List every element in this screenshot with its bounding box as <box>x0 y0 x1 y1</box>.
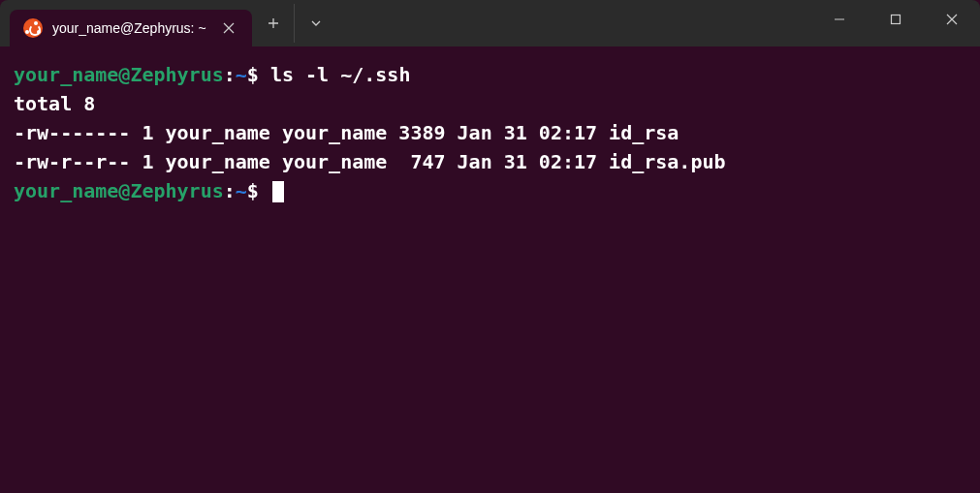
new-tab-button[interactable] <box>252 4 295 43</box>
command-text: ls -l ~/.ssh <box>270 63 411 86</box>
tab-title: your_name@Zephyrus: ~ <box>52 20 207 36</box>
prompt-line: your_name@Zephyrus:~$ ls -l ~/.ssh <box>14 60 966 89</box>
minimize-button[interactable] <box>811 0 868 39</box>
ubuntu-icon <box>23 18 43 38</box>
close-window-button[interactable] <box>924 0 980 39</box>
titlebar: your_name@Zephyrus: ~ <box>0 0 980 46</box>
prompt-line: your_name@Zephyrus:~$ <box>14 176 966 205</box>
prompt-sep1: : <box>224 63 236 86</box>
svg-rect-0 <box>892 15 901 24</box>
output-line: -rw-r--r-- 1 your_name your_name 747 Jan… <box>14 147 966 176</box>
output-line: -rw------- 1 your_name your_name 3389 Ja… <box>14 118 966 147</box>
window-controls <box>811 0 980 46</box>
tab-close-button[interactable] <box>217 16 240 40</box>
prompt-path: ~ <box>236 63 247 86</box>
maximize-button[interactable] <box>868 0 924 39</box>
terminal-viewport[interactable]: your_name@Zephyrus:~$ ls -l ~/.ssh total… <box>0 46 980 219</box>
prompt-user-host: your_name@Zephyrus <box>14 179 224 202</box>
terminal-tab[interactable]: your_name@Zephyrus: ~ <box>10 10 252 46</box>
prompt-sep1: : <box>224 179 236 202</box>
prompt-path: ~ <box>236 179 247 202</box>
tab-actions <box>252 0 337 46</box>
tab-dropdown-button[interactable] <box>295 4 337 43</box>
cursor <box>272 181 284 202</box>
prompt-sep2: $ <box>247 63 270 86</box>
prompt-user-host: your_name@Zephyrus <box>14 63 224 86</box>
prompt-sep2: $ <box>247 179 270 202</box>
output-line: total 8 <box>14 89 966 118</box>
